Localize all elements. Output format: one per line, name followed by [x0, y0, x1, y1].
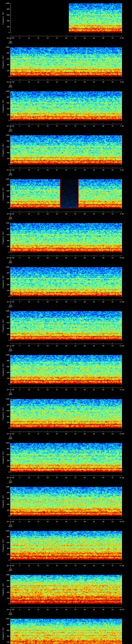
x-start-time-label: 20:11:00: [7, 345, 14, 346]
spectrogram-panel: Frequency (Hz) 1000800600400200020:16:00…: [0, 528, 132, 572]
x-minute-tick-label: 40: [84, 169, 86, 171]
y-axis-title: Frequency (Hz): [2, 187, 4, 200]
y-tick-label: 600: [0, 234, 10, 236]
y-tick-label: 200: [0, 70, 10, 72]
date-year-label: 2015: [9, 306, 12, 308]
x-minute-tick-label: 45: [93, 257, 95, 259]
date-year-label: 2015: [9, 614, 12, 615]
y-tick-label: 400: [0, 108, 10, 110]
x-minute-tick-label: 35: [74, 37, 76, 39]
y-tick-label: 1000: [0, 442, 10, 444]
x-minute-tick-label: 45: [93, 125, 95, 127]
y-axis-title: Frequency (Hz): [2, 363, 4, 376]
date-year-label: 2015: [9, 262, 12, 264]
date-year-label: 2015: [9, 570, 12, 571]
x-minute-tick-label: 20: [47, 521, 48, 522]
spectrogram-panel: Frequency (Hz) 1000800600400200020:07:00…: [0, 132, 132, 176]
y-tick-label: 200: [0, 290, 10, 291]
x-end-time-label: 7:00: [120, 125, 124, 127]
x-start-time-label: 20:04:00: [7, 37, 14, 39]
y-tick-label: 400: [0, 504, 10, 505]
x-minute-tick-label: 20: [47, 565, 48, 566]
x-start-time-label: 20:07:00: [7, 169, 14, 171]
x-minute-tick-label: 55: [112, 81, 114, 83]
x-minute-tick-label: 10: [28, 125, 30, 127]
y-tick-label: 1000: [0, 398, 10, 400]
x-minute-tick-label: 55: [112, 389, 114, 390]
x-minute-tick-label: 25: [56, 521, 58, 522]
x-minute-tick-label: 35: [74, 169, 76, 171]
x-minute-tick-label: 35: [74, 609, 76, 610]
x-minute-tick-label: 50: [102, 345, 104, 346]
x-end-time-label: 5:00: [120, 37, 124, 39]
x-minute-tick-label: 55: [112, 477, 114, 478]
y-tick-label: 200: [0, 114, 10, 116]
y-tick-label: 800: [0, 448, 10, 450]
x-minute-tick-label: 20: [47, 81, 48, 83]
x-start-time-label: 20:16:00: [7, 565, 14, 566]
x-minute-tick-label: 50: [102, 37, 104, 39]
y-tick-label: 1000: [0, 310, 10, 312]
x-minute-tick-label: 45: [93, 301, 95, 303]
date-year-label: 2015: [9, 438, 12, 440]
x-start-time-label: 20:14:00: [7, 477, 14, 478]
y-tick-label: 400: [0, 328, 10, 329]
x-minute-tick-label: 55: [112, 125, 114, 127]
x-minute-tick-label: 25: [56, 433, 58, 434]
x-minute-tick-label: 45: [93, 521, 95, 522]
y-tick-label: 800: [0, 96, 10, 98]
date-year-label: 2015: [9, 394, 12, 396]
x-end-time-label: 13:00: [120, 389, 124, 390]
date-year-label: 2015: [9, 130, 12, 132]
y-tick-label: 1000: [0, 134, 10, 136]
x-minute-tick-label: 30: [65, 565, 67, 566]
x-minute-tick-label: 45: [93, 169, 95, 171]
x-minute-tick-label: 25: [56, 477, 58, 478]
date-year-label: 2015: [9, 174, 12, 176]
date-year-label: 2015: [9, 350, 12, 352]
y-tick-label: 200: [0, 158, 10, 160]
y-tick-label: 600: [0, 58, 10, 60]
y-tick-label: 400: [0, 64, 10, 66]
x-end-time-label: 11:00: [120, 301, 124, 303]
x-minute-tick-label: 55: [112, 565, 114, 566]
y-tick-label: 1000: [0, 574, 10, 576]
y-tick-label: 800: [0, 140, 10, 142]
x-minute-tick-label: 35: [74, 301, 76, 303]
y-tick-label: 1000: [0, 46, 10, 48]
x-start-time-label: 20:06:00: [7, 125, 14, 127]
x-minute-tick-label: 10: [28, 257, 30, 259]
x-minute-tick-label: 10: [28, 389, 30, 390]
date-year-label: 2015: [9, 482, 12, 484]
x-minute-tick-label: 5: [19, 169, 20, 171]
x-end-time-label: 16:00: [120, 521, 124, 522]
x-minute-tick-label: 30: [65, 125, 67, 127]
x-minute-tick-label: 10: [28, 213, 30, 215]
y-tick-label: 200: [0, 466, 10, 467]
y-tick-label: 400: [0, 20, 10, 22]
spectrogram-panel: Frequency (Hz) 1000800600400200020:08:00…: [0, 176, 132, 220]
x-minute-tick-label: 50: [102, 125, 104, 127]
y-tick-label: 400: [0, 152, 10, 154]
x-end-time-label: 6:00: [120, 81, 124, 83]
x-minute-tick-label: 30: [65, 169, 67, 171]
y-axis-title: Frequency (Hz): [2, 56, 4, 68]
x-start-time-label: 20:08:00: [7, 213, 14, 215]
y-tick-label: 0: [0, 560, 10, 561]
x-minute-tick-label: 30: [65, 81, 67, 83]
x-minute-tick-label: 30: [65, 389, 67, 390]
x-minute-tick-label: 5: [19, 433, 20, 434]
y-tick-label: 800: [0, 536, 10, 538]
spectrogram-panel: Frequency (Hz) 1000800600400200020:10:00…: [0, 264, 132, 308]
x-minute-tick-label: 25: [56, 81, 58, 83]
y-tick-label: 1000: [0, 266, 10, 268]
x-minute-tick-label: 45: [93, 565, 95, 566]
x-minute-tick-label: 10: [28, 521, 30, 522]
spectrogram-panel: Frequency (Hz) 1000800600400200020:09:00…: [0, 220, 132, 264]
y-tick-label: 0: [0, 384, 10, 385]
x-minute-tick-label: 20: [47, 389, 48, 390]
x-minute-tick-label: 40: [84, 257, 86, 259]
y-tick-label: 600: [0, 454, 10, 456]
y-tick-label: 0: [0, 208, 10, 209]
y-tick-label: 1000: [0, 618, 10, 620]
